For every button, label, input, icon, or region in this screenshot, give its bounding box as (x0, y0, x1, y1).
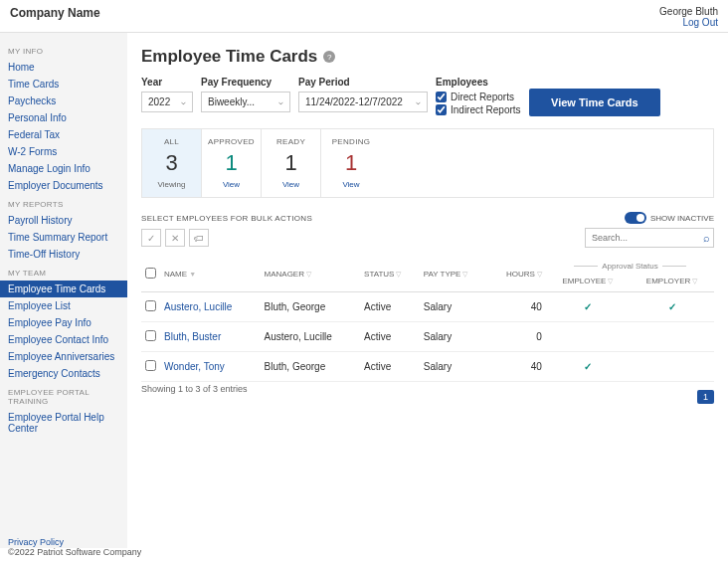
table-row: Austero, LucilleBluth, GeorgeActiveSalar… (141, 292, 714, 322)
period-label: Pay Period (298, 77, 428, 88)
sidebar-item[interactable]: Employer Documents (0, 177, 127, 194)
status-card[interactable]: APPROVED1View (202, 129, 262, 197)
cell-emp-approval (546, 322, 630, 352)
sort-icon[interactable]: ▽ (306, 271, 311, 278)
company-name: Company Name (10, 6, 100, 20)
col-employee[interactable]: EMPLOYEE (562, 277, 606, 285)
bulk-approve-button[interactable]: ✓ (141, 229, 161, 247)
employee-link[interactable]: Austero, Lucille (164, 301, 232, 312)
sidebar-item[interactable]: Employee Pay Info (0, 314, 127, 331)
col-manager[interactable]: MANAGER (265, 270, 304, 279)
employee-link[interactable]: Bluth, Buster (164, 331, 221, 342)
sidebar-item[interactable]: Time Cards (0, 76, 127, 93)
direct-reports-checkbox[interactable]: Direct Reports (436, 92, 521, 102)
col-status[interactable]: STATUS (364, 270, 394, 279)
sort-icon[interactable]: ▽ (608, 278, 613, 284)
status-cards: ALL3ViewingAPPROVED1ViewREADY1ViewPENDIN… (141, 128, 714, 198)
status-link[interactable]: View (206, 180, 257, 189)
sort-icon[interactable]: ▽ (537, 271, 542, 278)
sort-icon[interactable]: ▽ (396, 271, 401, 278)
indirect-reports-input[interactable] (436, 104, 447, 115)
sidebar-section-title: MY INFO (0, 41, 127, 59)
cell-hours: 0 (488, 322, 546, 352)
pagination: 1 (697, 390, 714, 402)
sidebar-item[interactable]: Employee Anniversaries (0, 348, 127, 365)
sidebar-item[interactable]: Employee List (0, 297, 127, 314)
sidebar-item[interactable]: Time Summary Report (0, 229, 127, 246)
sidebar-section-title: MY REPORTS (0, 194, 127, 212)
sidebar-item[interactable]: Federal Tax (0, 126, 127, 143)
view-time-cards-button[interactable]: View Time Cards (529, 89, 660, 116)
search-box[interactable]: ⌕ (585, 228, 714, 248)
sort-icon[interactable]: ▽ (462, 271, 467, 278)
year-select[interactable]: 2022 ⌵ (141, 92, 193, 112)
page-1[interactable]: 1 (697, 390, 714, 404)
cell-emp-approval: ✓ (546, 292, 630, 322)
sidebar-item[interactable]: Employee Time Cards (0, 281, 127, 297)
logout-link[interactable]: Log Out (682, 17, 718, 28)
show-inactive-toggle[interactable] (625, 212, 646, 224)
main-content: Employee Time Cards ? Year 2022 ⌵ Pay Fr… (127, 33, 728, 548)
chevron-down-icon: ⌵ (181, 97, 186, 106)
cell-hours: 40 (488, 292, 546, 322)
col-paytype[interactable]: PAY TYPE (424, 270, 461, 279)
select-all-checkbox[interactable] (145, 268, 156, 279)
freq-label: Pay Frequency (201, 77, 290, 88)
freq-select[interactable]: Biweekly... ⌵ (201, 92, 290, 112)
row-checkbox[interactable] (145, 300, 156, 311)
search-icon[interactable]: ⌕ (703, 232, 710, 244)
status-card[interactable]: PENDING1View (321, 129, 381, 197)
search-input[interactable] (592, 233, 703, 243)
period-value: 11/24/2022-12/7/2022 (305, 96, 403, 107)
cell-paytype: Salary (420, 322, 488, 352)
sidebar-item[interactable]: Manage Login Info (0, 160, 127, 177)
employee-table: NAME▼ MANAGER▽ STATUS▽ PAY TYPE▽ HOURS▽ … (141, 256, 714, 382)
employees-label: Employees (436, 77, 521, 88)
employee-link[interactable]: Wonder, Tony (164, 361, 225, 372)
help-icon[interactable]: ? (323, 51, 335, 63)
sidebar-item[interactable]: Payroll History (0, 212, 127, 229)
sidebar-item[interactable]: Home (0, 59, 127, 76)
sidebar-item[interactable]: W-2 Forms (0, 143, 127, 160)
status-count: 3 (146, 150, 197, 176)
sidebar-item[interactable]: Employee Contact Info (0, 331, 127, 348)
row-checkbox[interactable] (145, 360, 156, 371)
col-hours[interactable]: HOURS (506, 270, 535, 279)
sidebar-section-title: MY TEAM (0, 263, 127, 281)
sort-icon[interactable]: ▼ (189, 271, 196, 278)
privacy-link[interactable]: Privacy Policy (8, 537, 64, 547)
sidebar-item[interactable]: Paychecks (0, 93, 127, 109)
status-card[interactable]: READY1View (262, 129, 321, 197)
year-value: 2022 (148, 96, 170, 107)
sort-icon[interactable]: ▽ (692, 278, 697, 284)
indirect-label: Indirect Reports (451, 104, 521, 115)
status-count: 1 (325, 150, 377, 176)
status-count: 1 (206, 150, 257, 176)
cell-er-approval (630, 352, 714, 382)
col-employer[interactable]: EMPLOYER (646, 277, 690, 285)
cell-status: Active (360, 352, 420, 382)
status-link[interactable]: Viewing (146, 180, 197, 189)
bulk-reject-button[interactable]: ✕ (165, 229, 185, 247)
bulk-tag-button[interactable]: 🏷 (189, 229, 209, 247)
indirect-reports-checkbox[interactable]: Indirect Reports (436, 104, 521, 115)
sidebar-item[interactable]: Time-Off History (0, 246, 127, 263)
chevron-down-icon: ⌵ (416, 97, 421, 106)
year-label: Year (141, 77, 193, 88)
status-label: READY (266, 137, 316, 146)
status-card[interactable]: ALL3Viewing (142, 129, 202, 197)
col-name[interactable]: NAME (164, 270, 187, 279)
table-row: Wonder, TonyBluth, GeorgeActiveSalary40✓ (141, 352, 714, 382)
status-link[interactable]: View (325, 180, 377, 189)
status-label: APPROVED (206, 137, 257, 146)
sidebar-item[interactable]: Personal Info (0, 109, 127, 126)
sidebar-item[interactable]: Emergency Contacts (0, 365, 127, 382)
period-select[interactable]: 11/24/2022-12/7/2022 ⌵ (298, 92, 428, 112)
entries-info: Showing 1 to 3 of 3 entries (141, 384, 248, 394)
sidebar-item[interactable]: Employee Portal Help Center (0, 409, 127, 437)
status-link[interactable]: View (266, 180, 316, 189)
topbar: Company Name George Bluth Log Out (0, 0, 728, 33)
sidebar: MY INFOHomeTime CardsPaychecksPersonal I… (0, 33, 127, 548)
direct-reports-input[interactable] (436, 92, 447, 102)
row-checkbox[interactable] (145, 330, 156, 341)
